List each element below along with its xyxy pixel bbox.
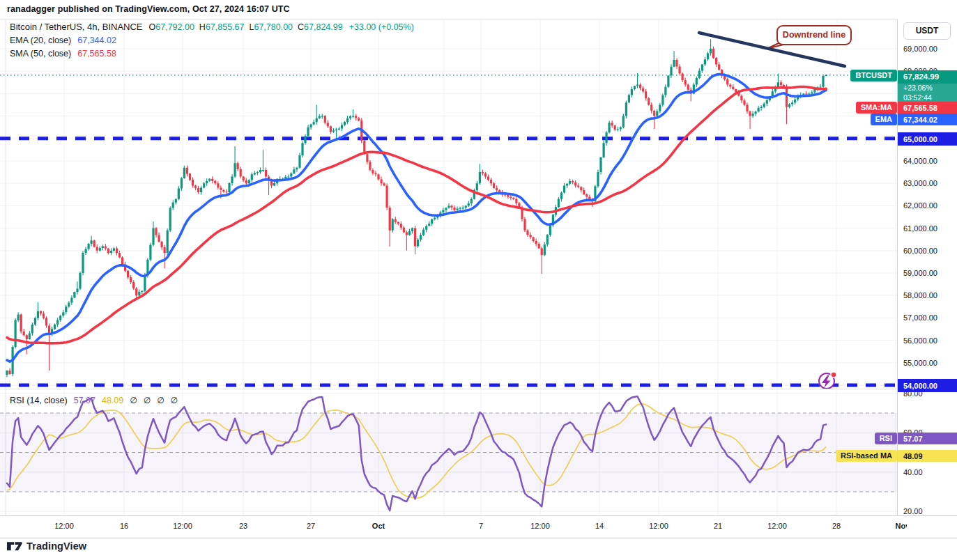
time-tick: 12:00 bbox=[767, 522, 787, 530]
time-tick: 21 bbox=[714, 522, 722, 530]
ohlc-key: C bbox=[298, 22, 304, 32]
price-tick: 59,000.00 bbox=[903, 269, 937, 277]
symbol-name-chip: BTCUSDT bbox=[850, 70, 897, 81]
rsi-label: RSI (14, close) bbox=[10, 396, 68, 405]
ohlc-value: 67,780.00 bbox=[254, 22, 293, 32]
down-candles bbox=[8, 47, 807, 375]
tradingview-logo-text: TradingView bbox=[26, 540, 86, 552]
ema-name-chip: EMA bbox=[871, 114, 897, 125]
price-tick: 69,000.00 bbox=[903, 45, 937, 53]
price-tick: 60,000.00 bbox=[903, 247, 937, 255]
ohlc-value: 67,824.99 bbox=[304, 22, 343, 32]
rsi-ma-value: 48.09 bbox=[102, 396, 123, 405]
time-tick: 28 bbox=[832, 522, 841, 530]
hidden-value-icon: ∅ bbox=[157, 396, 164, 405]
time-axis[interactable]: 12:001612:002327Oct712:001412:002112:002… bbox=[0, 515, 957, 538]
time-tick: 12:00 bbox=[173, 522, 192, 530]
price-tick: 56,000.00 bbox=[903, 336, 937, 345]
ohlc-value: 67,792.00 bbox=[155, 22, 194, 32]
price-tick: 58,000.00 bbox=[903, 291, 937, 300]
last-price: 67,824.99 bbox=[898, 70, 957, 84]
time-tick: 27 bbox=[307, 522, 315, 530]
chart-top-border bbox=[0, 20, 957, 20]
level-65000-tag: 65,000.00 bbox=[898, 132, 957, 146]
rsi-hidden-values: ∅∅∅∅ bbox=[130, 396, 178, 405]
price-tick: 57,000.00 bbox=[903, 313, 937, 322]
ema-value: 67,344.02 bbox=[77, 36, 116, 45]
price-tick: 63,000.00 bbox=[903, 179, 937, 187]
sma-indicator-row[interactable]: SMA (50, close) 67,565.58 bbox=[10, 49, 414, 63]
price-axis[interactable]: USDT 69,000.0068,000.0067,000.0066,000.0… bbox=[897, 20, 957, 537]
symbol-row[interactable]: Bitcoin / TetherUS, 4h, BINANCE O67,792.… bbox=[10, 22, 414, 36]
hidden-value-icon: ∅ bbox=[171, 396, 178, 405]
time-tick: Oct bbox=[372, 522, 385, 530]
rsi-tick: 40.00 bbox=[903, 468, 923, 476]
rsi-ma-name-chip: RSI-based MA bbox=[836, 450, 897, 462]
sma-label: SMA (50, close) bbox=[10, 49, 71, 59]
time-tick: 14 bbox=[595, 522, 604, 530]
sma-value: 67,565.58 bbox=[77, 49, 116, 59]
downtrend-callout[interactable]: Downtrend line bbox=[776, 25, 852, 45]
hidden-value-icon: ∅ bbox=[144, 396, 151, 405]
time-tick: 12:00 bbox=[530, 522, 550, 530]
change-value: +33.00 (+0.05%) bbox=[349, 22, 414, 32]
sma50-line[interactable] bbox=[7, 87, 826, 343]
ohlc-key: O bbox=[149, 22, 156, 32]
rsi-ma-value-tag: 48.09 bbox=[898, 450, 957, 462]
time-tick: 16 bbox=[120, 522, 128, 530]
bar-countdown: 03:52:44 bbox=[898, 93, 957, 102]
time-tick: 23 bbox=[239, 522, 247, 530]
tradingview-chart-window: ranadagger published on TradingView.com,… bbox=[0, 0, 957, 560]
chart-canvas[interactable] bbox=[0, 0, 897, 515]
time-tick: 7 bbox=[479, 522, 483, 530]
price-tick: 61,000.00 bbox=[903, 224, 937, 233]
price-tick: 62,000.00 bbox=[903, 201, 937, 210]
sma-name-chip: SMA:MA bbox=[856, 102, 897, 114]
price-tick: 55,000.00 bbox=[903, 359, 937, 367]
rsi-value: 57.07 bbox=[74, 396, 95, 405]
rsi-value-tag: 57.07 bbox=[898, 433, 957, 444]
rsi-indicator-row[interactable]: RSI (14, close) 57.07 48.09 ∅∅∅∅ bbox=[10, 396, 178, 405]
rsi-tick: 20.00 bbox=[903, 507, 923, 515]
rsi-name-chip: RSI bbox=[875, 433, 897, 444]
symbol-legend: Bitcoin / TetherUS, 4h, BINANCE O67,792.… bbox=[10, 22, 414, 63]
tradingview-logo-icon bbox=[7, 541, 22, 552]
price-tick: 64,000.00 bbox=[903, 157, 937, 165]
ema20-line[interactable] bbox=[7, 75, 826, 361]
currency-toggle-button[interactable]: USDT bbox=[903, 22, 951, 40]
axis-corner bbox=[907, 517, 957, 537]
sma-price-tag: 67,565.58 bbox=[898, 102, 957, 114]
ohlc-values: O67,792.00H67,855.67L67,780.00C67,824.99 bbox=[149, 22, 343, 32]
change-percent: +23.06% bbox=[898, 84, 957, 93]
hidden-value-icon: ∅ bbox=[130, 396, 137, 405]
ohlc-key: H bbox=[199, 22, 206, 32]
time-tick: 12:00 bbox=[54, 522, 74, 530]
level-54000-tag: 54,000.00 bbox=[898, 379, 957, 392]
last-price-tag: 67,824.99 +23.06% 03:52:44 bbox=[898, 70, 957, 102]
time-tick: 12:00 bbox=[649, 522, 668, 530]
ohlc-value: 67,855.67 bbox=[206, 22, 245, 32]
ema-price-tag: 67,344.02 bbox=[898, 114, 957, 125]
ema-indicator-row[interactable]: EMA (20, close) 67,344.02 bbox=[10, 36, 414, 49]
tradingview-logo[interactable]: TradingView bbox=[7, 540, 86, 552]
symbol-title: Bitcoin / TetherUS, 4h, BINANCE bbox=[10, 22, 143, 32]
ohlc-key: L bbox=[250, 22, 254, 32]
pane-resize-separator[interactable] bbox=[0, 389, 957, 389]
ema-label: EMA (20, close) bbox=[10, 36, 71, 45]
